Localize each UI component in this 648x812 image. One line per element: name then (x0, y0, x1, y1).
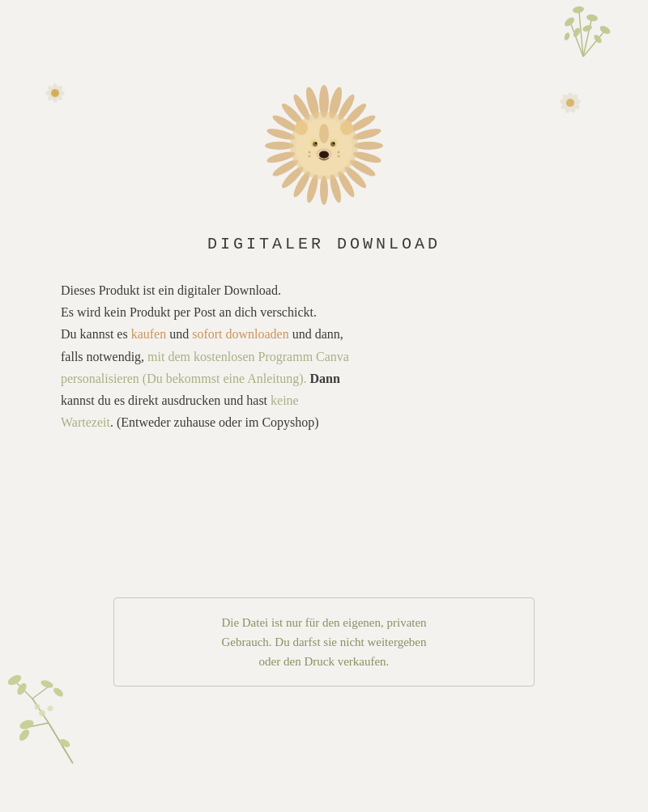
svg-point-60 (320, 176, 328, 205)
svg-point-80 (333, 142, 335, 144)
lion-illustration (259, 81, 389, 210)
svg-point-88 (295, 121, 308, 135)
main-content: Dieses Produkt ist ein digitaler Downloa… (61, 279, 587, 433)
svg-line-36 (32, 687, 49, 699)
text-kaufen: kaufen (131, 327, 167, 341)
page-title: DIGITALER DOWNLOAD (0, 235, 648, 253)
svg-point-31 (566, 99, 574, 107)
svg-point-46 (48, 706, 53, 712)
page: DIGITALER DOWNLOAD Dieses Produkt ist ei… (0, 0, 648, 812)
disclaimer-box: Die Datei ist nur für den eigenen, priva… (113, 597, 535, 687)
svg-point-6 (599, 24, 612, 36)
svg-point-11 (563, 32, 570, 40)
text-kannst: kannst du es direkt ausdrucken und hast (61, 393, 271, 407)
text-line4-start: falls notwendig, (61, 350, 147, 363)
branch-top-right-icon (539, 4, 628, 93)
svg-point-4 (563, 15, 576, 28)
branch-bottom-left-icon (8, 674, 113, 780)
text-und2: und dann, (289, 327, 343, 341)
svg-point-38 (17, 728, 31, 742)
svg-point-21 (51, 89, 59, 97)
svg-point-79 (315, 142, 317, 144)
svg-point-37 (19, 718, 35, 731)
text-wartezeit: Wartezeit (61, 415, 110, 429)
svg-point-89 (340, 121, 353, 135)
text-line3-start: Du kannst es (61, 327, 131, 341)
svg-point-43 (58, 738, 71, 749)
svg-point-44 (39, 710, 45, 716)
svg-point-45 (35, 704, 40, 710)
text-dann: Dann (306, 372, 339, 385)
text-canva: mit dem kostenlosen Programm Canva (147, 350, 349, 363)
flower-top-right-icon (548, 81, 593, 125)
text-line2: Es wird kein Produkt per Post an dich ve… (61, 305, 317, 319)
flower-top-left-icon (39, 77, 87, 125)
disclaimer-text: Die Datei ist nur für den eigenen, priva… (221, 616, 426, 668)
svg-point-5 (586, 14, 598, 22)
svg-point-84 (309, 151, 311, 154)
text-downloaden: sofort downloaden (192, 327, 289, 341)
svg-point-74 (319, 124, 329, 143)
text-line1: Dieses Produkt ist ein digitaler Downloa… (61, 283, 281, 297)
svg-point-10 (582, 24, 593, 33)
svg-point-7 (572, 6, 584, 14)
svg-point-82 (319, 151, 329, 159)
svg-point-66 (265, 142, 294, 150)
svg-point-87 (338, 155, 340, 158)
text-personalisieren: personalisieren (Du bekommst eine Anleit… (61, 372, 306, 385)
text-keine: keine (271, 393, 299, 407)
svg-point-78 (330, 142, 335, 147)
svg-point-77 (313, 142, 318, 147)
svg-point-54 (354, 142, 383, 150)
text-copyshop: . (Entweder zuhause oder im Copyshop) (110, 415, 319, 429)
svg-point-42 (52, 686, 65, 698)
svg-point-85 (309, 155, 311, 158)
svg-point-86 (338, 151, 340, 154)
text-und1: und (166, 327, 192, 341)
